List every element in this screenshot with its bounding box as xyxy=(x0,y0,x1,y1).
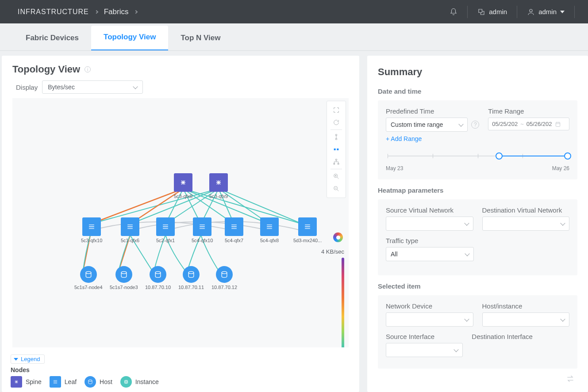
dst-if-label: Destination Interface xyxy=(472,333,569,340)
topology-node[interactable]: 5c1s7-node3 xyxy=(110,266,138,290)
zoom-out-button[interactable] xyxy=(329,183,343,195)
slider-knob-end[interactable] xyxy=(564,152,571,160)
node-label: 5c3-qfx9 xyxy=(209,194,228,199)
topology-node[interactable]: 5c3-qfx8 xyxy=(174,173,192,199)
tab-topology-view[interactable]: Topology View xyxy=(91,26,168,50)
datetime-section-title: Date and time xyxy=(378,88,577,95)
topology-node[interactable]: 5c4-qfx8 xyxy=(260,217,279,243)
zoom-in-button[interactable] xyxy=(329,170,343,183)
topology-node[interactable]: 5c1s7-node4 xyxy=(74,266,103,290)
node-label: 5c3-qfx8 xyxy=(174,194,192,199)
topology-node[interactable]: 5c3-qfx9 xyxy=(209,173,228,199)
topology-node[interactable]: 5c2-qfx1 xyxy=(156,217,175,243)
calendar-icon xyxy=(555,121,561,127)
bell-icon[interactable] xyxy=(450,8,457,16)
chevron-down-icon xyxy=(454,347,459,352)
display-select[interactable]: Bytes/sec xyxy=(42,80,143,94)
svg-rect-36 xyxy=(124,381,127,384)
time-range-label: Time Range xyxy=(488,107,569,115)
slider-knob-start[interactable] xyxy=(496,152,503,160)
fullscreen-button[interactable] xyxy=(329,104,343,116)
tenant-icon xyxy=(477,8,485,16)
topology-node[interactable]: 10.87.70.12 xyxy=(211,266,237,290)
tenant-menu[interactable]: admin xyxy=(477,8,507,16)
chevron-down-icon xyxy=(560,316,565,321)
legend-item-spine: Spine xyxy=(11,376,42,388)
predef-time-select[interactable]: Custom time range xyxy=(386,118,468,132)
topology-node[interactable]: 5c1-qfx6 xyxy=(121,217,139,243)
topology-node[interactable]: 5d3-mx240... xyxy=(293,217,322,243)
selected-panel: Network Device Host/instance Source Inte… xyxy=(378,295,577,369)
topology-canvas[interactable]: 4 KB/sec 0 Bytes/sec xyxy=(12,98,349,347)
layout-vertical-button[interactable] xyxy=(329,131,343,143)
host-inst-label: Host/instance xyxy=(482,302,570,310)
tab-top-n-view[interactable]: Top N View xyxy=(168,27,233,50)
display-label: Display xyxy=(16,84,38,91)
swap-icon[interactable] xyxy=(566,374,575,383)
user-name: admin xyxy=(538,8,557,15)
svg-rect-1 xyxy=(336,134,337,136)
summary-title: Summary xyxy=(378,66,577,78)
topology-node[interactable]: 10.87.70.11 xyxy=(178,266,204,290)
selected-section-title: Selected item xyxy=(378,282,577,290)
src-vn-select[interactable] xyxy=(386,217,473,231)
scale-bar xyxy=(342,258,344,347)
refresh-button[interactable] xyxy=(329,116,343,129)
canvas-toolbar xyxy=(327,101,346,198)
breadcrumb-fabrics[interactable]: Fabrics xyxy=(104,8,129,16)
svg-rect-7 xyxy=(338,163,339,164)
legend-item-instance: Instance xyxy=(120,376,159,388)
user-menu[interactable]: admin xyxy=(527,8,565,16)
node-label: 10.87.70.12 xyxy=(211,285,237,290)
dst-vn-select[interactable] xyxy=(482,217,570,231)
info-icon[interactable]: i xyxy=(85,66,91,72)
src-if-select[interactable] xyxy=(386,343,463,357)
chevron-down-icon xyxy=(560,11,565,13)
chevron-right-icon xyxy=(134,10,138,13)
legend-item-host: Host xyxy=(85,376,112,388)
chevron-right-icon xyxy=(94,10,98,13)
heatmap-panel: Source Virtual Network Destination Virtu… xyxy=(378,199,577,275)
time-slider[interactable] xyxy=(388,150,568,163)
scale-max: 4 KB/sec xyxy=(315,248,344,255)
layout-tree-button[interactable] xyxy=(329,156,343,168)
range-to: 05/26/202 xyxy=(527,121,552,127)
traffic-type-select[interactable]: All xyxy=(386,247,474,261)
topology-node[interactable]: 5c3-qfx10 xyxy=(81,217,102,243)
help-icon[interactable]: ? xyxy=(471,121,479,129)
color-wheel-icon[interactable] xyxy=(333,232,343,242)
breadcrumb-root[interactable]: INFRASTRUCTURE xyxy=(18,8,89,16)
node-label: 5c3-qfx10 xyxy=(81,238,102,243)
traffic-type-value: All xyxy=(391,251,398,258)
chevron-down-icon xyxy=(464,316,469,321)
legend-nodes-title: Nodes xyxy=(11,366,350,373)
heatmap-section-title: Heatmap parameters xyxy=(378,186,577,194)
svg-point-35 xyxy=(88,380,92,381)
src-if-label: Source Interface xyxy=(386,333,463,340)
traffic-type-label: Traffic type xyxy=(386,237,474,244)
host-inst-select[interactable] xyxy=(482,312,570,327)
topology-node[interactable]: 5c4-qfx10 xyxy=(192,217,213,243)
svg-point-32 xyxy=(155,271,161,274)
topology-node[interactable]: 10.87.70.10 xyxy=(145,266,171,290)
main-panel: Topology View i Display Bytes/sec xyxy=(2,56,359,392)
node-label: 5c4-qfx8 xyxy=(260,238,279,243)
time-range-picker[interactable]: 05/25/202 ~ 05/26/202 xyxy=(488,118,569,130)
topology-node[interactable]: 5c4-qfx7 xyxy=(225,217,243,243)
net-device-select[interactable] xyxy=(386,312,473,327)
legend-item-leaf: Leaf xyxy=(50,376,77,388)
datetime-panel: Predefined Time Custom time range ? + Ad… xyxy=(378,100,577,179)
summary-panel: Summary Date and time Predefined Time Cu… xyxy=(367,56,588,392)
chevron-down-icon xyxy=(14,358,18,361)
legend: Legend Nodes Spine Leaf Host xyxy=(2,352,359,392)
add-range-link[interactable]: + Add Range xyxy=(386,135,479,142)
node-label: 5c1s7-node3 xyxy=(110,285,138,290)
svg-point-33 xyxy=(188,271,194,274)
page-title: Topology View xyxy=(12,64,80,75)
user-icon xyxy=(527,8,535,16)
node-label: 10.87.70.11 xyxy=(178,285,204,290)
tab-fabric-devices[interactable]: Fabric Devices xyxy=(13,27,91,50)
predef-time-value: Custom time range xyxy=(391,121,443,128)
legend-toggle[interactable]: Legend xyxy=(11,354,45,364)
layout-grid-button[interactable] xyxy=(329,143,343,156)
